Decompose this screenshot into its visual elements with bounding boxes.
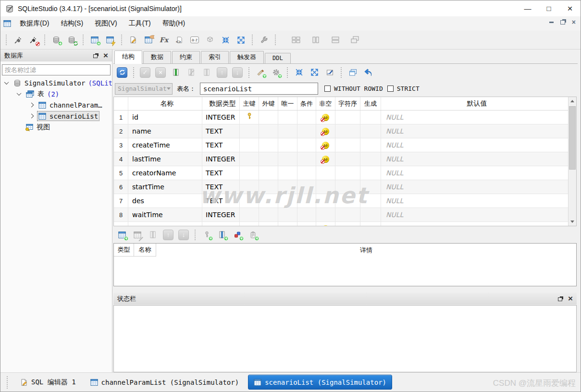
column-type-cell[interactable]: INTEGER: [202, 152, 240, 166]
menu-item[interactable]: 视图(V): [89, 17, 123, 30]
not-null-cell[interactable]: [316, 166, 335, 180]
unique-cell[interactable]: [278, 110, 297, 124]
delete-constraint-icon[interactable]: [147, 229, 159, 241]
condition-cell[interactable]: [297, 208, 316, 221]
foreign-key-cell[interactable]: [259, 180, 278, 194]
table-name-input[interactable]: [200, 83, 318, 95]
column-row-createTime[interactable]: 3createTimeTEXTNULL: [114, 138, 568, 152]
tree-expander-icon[interactable]: [29, 114, 34, 119]
column-type-cell[interactable]: INTEGER: [202, 222, 240, 226]
grid-header-uq[interactable]: 唯一: [278, 97, 297, 110]
not-null-cell[interactable]: [316, 222, 335, 226]
menu-item[interactable]: 数据库(D): [14, 17, 55, 30]
primary-key-cell[interactable]: [240, 166, 259, 180]
generated-cell[interactable]: [360, 124, 381, 138]
column-row-isOnRun[interactable]: 9isOnRunINTEGER0: [114, 222, 568, 226]
generated-cell[interactable]: [360, 110, 381, 124]
condition-cell[interactable]: [297, 166, 316, 180]
condition-cell[interactable]: [297, 180, 316, 194]
mdi-horizontal-icon[interactable]: [329, 34, 342, 46]
add-index-icon[interactable]: [254, 66, 267, 79]
default-value-cell[interactable]: NULL: [381, 138, 568, 152]
default-value-cell[interactable]: NULL: [381, 166, 568, 180]
grid-header-gen[interactable]: 生成: [360, 97, 381, 110]
column-row-name[interactable]: 2nameTEXTNULL: [114, 124, 568, 138]
column-name-cell[interactable]: isOnRun: [128, 222, 202, 226]
import-data-icon[interactable]: [293, 66, 305, 79]
delete-column-icon[interactable]: [200, 66, 213, 79]
generated-cell[interactable]: [360, 166, 381, 180]
not-null-cell[interactable]: [316, 194, 335, 208]
grid-header-pk[interactable]: 主键: [240, 97, 259, 110]
collation-editor-icon[interactable]: a·z: [188, 34, 201, 46]
undo-icon[interactable]: [362, 66, 374, 79]
collation-cell[interactable]: [335, 110, 360, 124]
edit-constraint-icon[interactable]: [131, 229, 144, 241]
panel-float-icon[interactable]: [558, 296, 563, 301]
column-row-startTime[interactable]: 6startTimeTEXTNULL: [114, 180, 568, 194]
tree-item-[interactable]: 表(2): [0, 88, 112, 99]
move-column-up-icon[interactable]: ↑: [216, 66, 228, 79]
move-column-down-icon[interactable]: ↓: [231, 66, 244, 79]
taskbar-item-scenarioList[interactable]: scenarioList (SignalSimulator): [248, 375, 392, 390]
collation-cell[interactable]: [335, 194, 360, 208]
foreign-key-cell[interactable]: [259, 124, 278, 138]
tree-expander-icon[interactable]: [17, 91, 22, 96]
column-name-cell[interactable]: createTime: [128, 138, 202, 152]
foreign-key-cell[interactable]: [259, 222, 278, 226]
menu-item[interactable]: 结构(S): [55, 17, 89, 30]
mdi-cascade-icon[interactable]: [349, 34, 361, 46]
collation-cell[interactable]: [335, 208, 360, 221]
add-foreign-key-icon[interactable]: [216, 229, 228, 241]
default-value-cell[interactable]: NULL: [381, 194, 568, 208]
export-table-icon[interactable]: [308, 66, 321, 79]
collation-cell[interactable]: [335, 124, 360, 138]
default-value-cell[interactable]: NULL: [381, 180, 568, 194]
scrollbar-thumb[interactable]: [569, 106, 576, 170]
unique-cell[interactable]: [278, 138, 297, 152]
export-icon[interactable]: [235, 34, 247, 46]
primary-key-cell[interactable]: [240, 152, 259, 166]
grid-header-nn[interactable]: 非空: [316, 97, 335, 110]
generated-cell[interactable]: [360, 138, 381, 152]
strict-checkbox[interactable]: [387, 86, 394, 92]
column-row-waitTime[interactable]: 8waitTimeINTEGERNULL: [114, 208, 568, 222]
collation-cell[interactable]: [335, 180, 360, 194]
primary-key-cell[interactable]: [240, 194, 259, 208]
generated-cell[interactable]: [360, 180, 381, 194]
add-constraint-icon[interactable]: [116, 229, 128, 241]
grid-header-def[interactable]: 默认值: [381, 97, 568, 110]
column-row-creatorName[interactable]: 5creatorNameTEXTNULL: [114, 166, 568, 180]
condition-cell[interactable]: [297, 194, 316, 208]
tab-ddl[interactable]: DDL: [265, 53, 291, 63]
unique-cell[interactable]: [278, 208, 297, 221]
default-value-cell[interactable]: 0: [381, 222, 568, 226]
foreign-key-cell[interactable]: [259, 110, 278, 124]
taskbar-drag-handle[interactable]: [6, 375, 9, 390]
column-name-cell[interactable]: creatorName: [128, 166, 202, 180]
unique-cell[interactable]: [278, 152, 297, 166]
not-null-cell[interactable]: [316, 124, 335, 138]
condition-cell[interactable]: [297, 110, 316, 124]
collation-cell[interactable]: [335, 152, 360, 166]
generated-cell[interactable]: [360, 194, 381, 208]
collation-cell[interactable]: [335, 166, 360, 180]
tab-约束[interactable]: 约束: [172, 51, 200, 63]
column-type-cell[interactable]: TEXT: [202, 180, 240, 194]
foreign-key-cell[interactable]: [259, 152, 278, 166]
connect-icon[interactable]: [12, 34, 24, 46]
column-name-cell[interactable]: des: [128, 194, 202, 208]
column-type-cell[interactable]: INTEGER: [202, 208, 240, 221]
function-editor-icon[interactable]: Fx: [158, 34, 170, 46]
taskbar-item-channelParamList[interactable]: channelParamList (SignalSimulator): [85, 375, 245, 390]
tree-expander-icon[interactable]: [4, 80, 9, 85]
tree-filter-input[interactable]: [2, 64, 111, 75]
add-check-icon[interactable]: [247, 229, 259, 241]
foreign-key-cell[interactable]: [259, 138, 278, 152]
tab-触发器[interactable]: 触发器: [230, 51, 264, 63]
column-row-lastTime[interactable]: 4lastTimeINTEGERNULL: [114, 152, 568, 166]
settings-wrench-icon[interactable]: [258, 34, 270, 46]
without-rowid-checkbox[interactable]: [324, 86, 331, 92]
panel-close-icon[interactable]: ×: [103, 51, 108, 61]
tab-结构[interactable]: 结构: [114, 50, 142, 64]
